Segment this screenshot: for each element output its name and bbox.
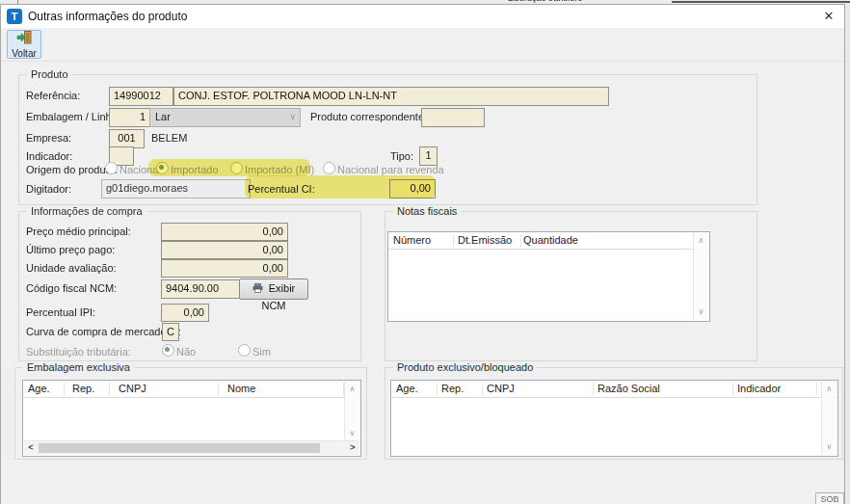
linha-dropdown-value: Lar [155, 111, 171, 122]
notas-fiscais-table[interactable]: Número Dt.Emissão Quantidade ∧ ∨ [387, 231, 710, 322]
empresa-label: Empresa: [26, 132, 71, 145]
curva-compra-label: Curva de compra de mercadoria: [26, 326, 181, 338]
unidade-avaliacao-field[interactable]: 0,00 [161, 259, 288, 278]
toolbar: Voltar [1, 28, 844, 62]
codigo-fiscal-ncm-field[interactable]: 9404.90.00 [161, 279, 251, 299]
radio-dot [108, 165, 113, 170]
column-separator [816, 383, 817, 395]
codigo-fiscal-ncm-label: Código fiscal NCM: [26, 282, 117, 295]
descricao-field[interactable]: CONJ. ESTOF. POLTRONA MOOD LN-LN-NT [173, 87, 609, 106]
referencia-field[interactable]: 14990012 [109, 87, 173, 106]
column-header: Nome [227, 383, 255, 394]
tipo-field[interactable]: 1 [419, 146, 438, 166]
digitador-field[interactable]: g01diego.moraes [101, 179, 251, 199]
column-header: Rep. [72, 383, 94, 394]
scroll-down-icon[interactable]: ∨ [822, 441, 837, 453]
scroll-down-icon[interactable]: ∨ [345, 428, 359, 439]
app-logo-icon: T [7, 9, 22, 24]
empresa-field[interactable]: 001 [109, 129, 145, 148]
produto-correspondente-field[interactable] [421, 108, 485, 127]
radio-nao[interactable] [162, 344, 174, 357]
embalagem-exclusiva-title: Embalagem exclusiva [23, 361, 134, 373]
exibir-ncm-button[interactable]: Exibir NCM [239, 279, 308, 300]
unidade-avaliacao-label: Unidade avaliação: [26, 262, 117, 275]
voltar-button[interactable]: Voltar [7, 30, 41, 59]
column-header: Número [393, 234, 431, 246]
origem-label: Origem do produto: [26, 164, 118, 176]
header-divider [23, 397, 360, 398]
horizontal-scrollbar[interactable]: < > [24, 440, 359, 455]
scroll-left-icon[interactable]: < [24, 441, 38, 454]
notas-fiscais-group: Notas fiscais Número Dt.Emissão Quantida… [385, 211, 757, 361]
voltar-label: Voltar [8, 48, 40, 59]
embalagem-field[interactable]: 1 [109, 108, 150, 127]
printer-icon [252, 282, 269, 294]
ultimo-preco-field[interactable]: 0,00 [161, 241, 288, 259]
ultimo-preco-label: Último preço pago: [26, 244, 115, 256]
header-divider [391, 397, 837, 398]
vertical-scrollbar[interactable]: ∧ ∨ [693, 233, 708, 320]
column-separator [218, 383, 219, 395]
background-sob-fragment: SOB [815, 492, 844, 504]
dialog-outras-informacoes: T Outras informações do produto ✕ Voltar… [0, 4, 845, 504]
radio-nacional[interactable] [105, 162, 118, 174]
radio-nao-label: Não [176, 346, 196, 358]
produto-correspondente-label: Produto correspondente: [310, 111, 427, 123]
vertical-scrollbar[interactable]: ∧ ∨ [344, 382, 359, 441]
radio-nacional-revenda[interactable] [323, 162, 335, 174]
embalagem-exclusiva-table[interactable]: Age. Rep. CNPJ Nome ∧ ∨ < > [22, 380, 361, 457]
column-header: CNPJ [487, 383, 515, 394]
percentual-ipi-field[interactable]: 0,00 [161, 304, 209, 322]
highlight-percentual-ci [245, 175, 436, 199]
preco-medio-field[interactable]: 0,00 [161, 223, 288, 241]
title-bar: T Outras informações do produto ✕ [1, 5, 844, 29]
column-header: Age. [28, 383, 50, 394]
exit-door-icon [16, 31, 32, 47]
produto-exclusivo-table[interactable]: Age. Rep. CNPJ Razão Social Indicador ∧ … [390, 380, 838, 457]
notas-fiscais-title: Notas fiscais [393, 205, 461, 217]
referencia-label: Referência: [26, 90, 80, 102]
column-header: Age. [396, 383, 418, 394]
preco-medio-label: Preço médio principal: [26, 225, 131, 238]
curva-compra-field[interactable]: C [162, 323, 179, 341]
scroll-up-icon[interactable]: ∧ [345, 384, 359, 395]
scroll-up-icon[interactable]: ∧ [694, 235, 708, 247]
produto-group: Produto Referência: 14990012 CONJ. ESTOF… [18, 74, 757, 205]
indicador-label: Indicador: [26, 150, 72, 163]
radio-dot [326, 165, 331, 170]
column-separator [593, 383, 594, 395]
scroll-down-icon[interactable]: ∨ [694, 306, 708, 318]
window-title: Outras informações do produto [28, 5, 187, 28]
column-header: Rep. [441, 383, 464, 394]
chevron-down-icon: ∨ [289, 111, 296, 122]
vertical-scrollbar[interactable]: ∧ ∨ [821, 382, 837, 455]
informacoes-compra-group: Informações de compra Preço médio princi… [18, 211, 361, 361]
percentual-ipi-label: Percentual IPI: [26, 306, 95, 319]
column-header: Indicador [737, 383, 781, 394]
scroll-right-icon[interactable]: > [346, 441, 359, 454]
column-separator [732, 383, 733, 395]
informacoes-compra-title: Informações de compra [27, 205, 146, 217]
scroll-up-icon[interactable]: ∧ [822, 384, 837, 395]
screen: Liberação transferê T Outras informações… [0, 0, 850, 504]
scrollbar-thumb[interactable] [39, 443, 320, 453]
empresa-nome: BELEM [151, 132, 187, 145]
linha-dropdown[interactable]: Lar ∨ [149, 108, 301, 127]
produto-exclusivo-title: Produto exclusivo/bloqueado [393, 361, 537, 373]
radio-sim[interactable] [238, 344, 251, 357]
produto-group-title: Produto [27, 68, 72, 80]
background-window-edge [672, 1, 850, 3]
column-separator [453, 234, 454, 247]
tipo-label: Tipo: [390, 150, 413, 163]
column-separator [64, 383, 65, 395]
column-separator [520, 234, 521, 247]
close-icon[interactable]: ✕ [819, 5, 838, 28]
digitador-label: Digitador: [26, 183, 71, 196]
highlight-importado [148, 159, 310, 176]
column-separator [482, 383, 483, 395]
column-separator [109, 383, 110, 395]
header-divider [388, 249, 709, 250]
column-header: Dt.Emissão [458, 234, 512, 246]
radio-dot [241, 347, 246, 352]
embalagem-linha-label: Embalagem / Linha: [26, 111, 120, 123]
